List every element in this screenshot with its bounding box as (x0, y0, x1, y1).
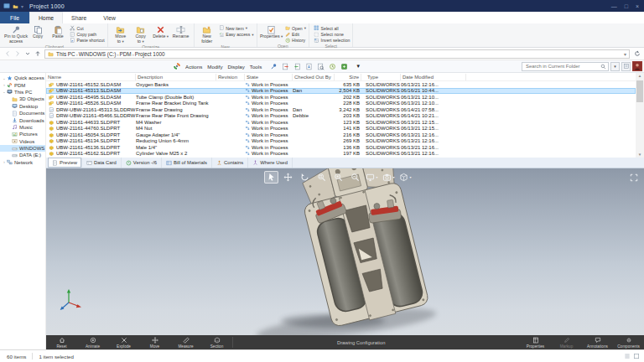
search-input[interactable] (524, 63, 600, 70)
zoom-out-tool[interactable] (348, 171, 362, 184)
file-row[interactable]: UBW-21161-45313.SLDASMWork in ProcessDan… (46, 88, 636, 95)
column-header-size[interactable]: Size (335, 74, 361, 80)
sidebar-item-windows-c[interactable]: WINDOWS (C:) (0, 145, 45, 152)
select-tool[interactable] (264, 171, 278, 184)
quick-access-toolbar-icon[interactable] (13, 3, 18, 9)
thumbnail-view-icon[interactable] (633, 353, 640, 359)
pdm-menu-actions[interactable]: Actions (185, 64, 202, 70)
pdm-menu-display[interactable]: Display (228, 64, 245, 70)
sidebar-item-pictures[interactable]: Pictures (0, 131, 45, 137)
section-button[interactable]: Section (201, 335, 232, 349)
fullscreen-expand-icon[interactable] (628, 172, 640, 182)
history-button[interactable]: History (285, 38, 306, 44)
details-view-icon[interactable] (624, 353, 631, 359)
address-field[interactable]: This PC›WINDOWS (C:)›PDM›Project 1000 ▾ (44, 49, 630, 59)
move-button[interactable]: Move (139, 335, 170, 349)
sidebar-item-documents[interactable]: Documents (0, 110, 45, 116)
get-latest-button[interactable] (304, 62, 314, 71)
reset-button[interactable]: Reset (46, 335, 77, 349)
maximize-button[interactable]: □ (625, 3, 628, 9)
search-icon[interactable] (600, 64, 606, 70)
minimize-button[interactable]: — (611, 3, 617, 9)
vault-view-settings-icon[interactable] (621, 62, 631, 71)
sidebar-item-downloads[interactable]: Downloads (0, 116, 45, 123)
pdm-menu-modify[interactable]: Modify (207, 64, 222, 70)
user-avatar[interactable] (632, 61, 642, 71)
preview-tab-version-6[interactable]: Version -/6 (122, 158, 162, 168)
file-row[interactable]: UBW-21161-44633.SLDPRTM4 WasherWork in P… (46, 119, 636, 126)
explode-button[interactable]: Explode (108, 335, 139, 349)
column-header-date-modified[interactable]: Date Modified (401, 74, 466, 80)
paste-button[interactable]: Paste (48, 24, 68, 39)
preview-tab-preview[interactable]: Preview (48, 158, 82, 168)
column-header-checked-out-by[interactable]: Checked Out By (293, 74, 335, 80)
scroll-up-icon[interactable]: ▲ (638, 73, 641, 79)
copy-to-button[interactable]: Copyto ▾ (131, 24, 151, 44)
delete-button[interactable]: Delete ▾ (151, 24, 171, 39)
copy-path-button[interactable]: Copy path (70, 31, 105, 37)
sidebar-item-network[interactable]: ›Network (0, 159, 45, 166)
sidebar-item-music[interactable]: Music (0, 124, 45, 131)
sidebar-item-desktop[interactable]: Desktop (0, 103, 45, 110)
file-row[interactable]: UBW-21161-45136.SLDPRTMale 1/4"Work in P… (46, 144, 636, 151)
column-header-revision[interactable]: Revision (216, 74, 245, 80)
pin-to-quick-access-button[interactable]: Pin to Quickaccess (4, 24, 28, 44)
pan-tool[interactable] (281, 171, 295, 184)
sidebar-item-this-pc[interactable]: ⌄This PC (0, 89, 45, 96)
pdm-menu-tools[interactable]: Tools (250, 64, 262, 70)
easy-access-button[interactable]: Easy access▾ (219, 31, 254, 37)
measure-button[interactable]: Measure (170, 335, 201, 349)
recent-locations-caret[interactable] (23, 49, 32, 59)
close-button[interactable]: × (636, 3, 639, 9)
check-out-button[interactable] (281, 62, 290, 71)
refresh-button[interactable] (632, 49, 641, 59)
zoom-area-tool[interactable] (314, 171, 329, 184)
file-row[interactable]: DRW-UBW-21161-45466.SLDDRWFrame Rear Pla… (46, 113, 636, 120)
preview-tab-where-used[interactable]: Where Used (248, 158, 293, 168)
column-header-type[interactable]: Type (366, 74, 401, 80)
breadcrumb-windows-c[interactable]: WINDOWS (C:) (78, 51, 117, 57)
select-none-button[interactable]: Select none (314, 31, 350, 37)
pdm-pin-button[interactable] (269, 62, 278, 71)
column-header-description[interactable]: Description (136, 74, 216, 80)
invert-selection-button[interactable]: Invert selection (314, 38, 350, 44)
file-row[interactable]: UBW-21161-44760.SLDPRTM4 NutWork in Proc… (46, 126, 636, 132)
sidebar-item-quick-access[interactable]: ⌄Quick access (0, 75, 45, 81)
vault-button[interactable] (340, 62, 349, 71)
file-list-scrollbar[interactable]: ▲ ▼ (636, 73, 644, 158)
rename-button[interactable]: Rename (171, 24, 191, 39)
search-box[interactable] (522, 62, 609, 71)
tab-view[interactable]: View (95, 12, 124, 23)
breadcrumb-this-pc[interactable]: This PC (55, 51, 76, 57)
file-row[interactable]: DRW-UBW-21161-45313.SLDDRWFrame Rear Dra… (46, 106, 636, 113)
configuration-label[interactable]: Drawing Configuration (337, 335, 385, 349)
tab-home[interactable]: Home (29, 12, 63, 23)
animate-button[interactable]: Animate (77, 335, 108, 349)
check-in-button[interactable] (293, 62, 302, 71)
rotate-tool[interactable] (298, 171, 312, 184)
file-row[interactable]: UBW-21161-45054.SLDPRTGauge Adapter 1/4"… (46, 132, 636, 138)
preview-tab-contains[interactable]: Contains (212, 158, 248, 168)
file-row[interactable]: UBW-21161-45134.SLDPRTReducing Union 6-4… (46, 138, 636, 145)
sidebar-item-pdm[interactable]: ›PDM (0, 81, 45, 88)
select-all-button[interactable]: Select all (314, 25, 350, 31)
tab-share[interactable]: Share (63, 12, 95, 23)
file-row[interactable]: UBW-21161-45526.SLDASMFrame Rear Bracket… (46, 101, 636, 107)
up-button[interactable] (33, 49, 42, 59)
preview-tab-bill-of-materials[interactable]: Bill of Materials (162, 158, 212, 168)
file-row[interactable]: UBW-21161-45152.SLDASMOxygen BanksWork i… (46, 81, 636, 88)
orientation-tool[interactable]: ▾ (398, 171, 413, 184)
search-files-button[interactable] (316, 62, 325, 71)
preview-viewport[interactable]: ▾▾▾ (46, 168, 644, 335)
file-history-button[interactable] (328, 62, 337, 71)
cut-button[interactable]: Cut (70, 25, 105, 31)
search-options-caret[interactable]: ▾ (610, 62, 620, 71)
forward-button[interactable] (13, 49, 22, 59)
back-button[interactable] (3, 49, 12, 59)
new-item-button[interactable]: New item▾ (219, 25, 254, 31)
pdm-more-caret[interactable]: ▼ (356, 64, 361, 69)
new-folder-button[interactable]: Newfolder (197, 24, 217, 44)
address-dropdown-caret[interactable]: ▾ (624, 51, 626, 57)
scroll-down-icon[interactable]: ▼ (638, 152, 641, 158)
edit-button[interactable]: Edit (285, 31, 306, 37)
